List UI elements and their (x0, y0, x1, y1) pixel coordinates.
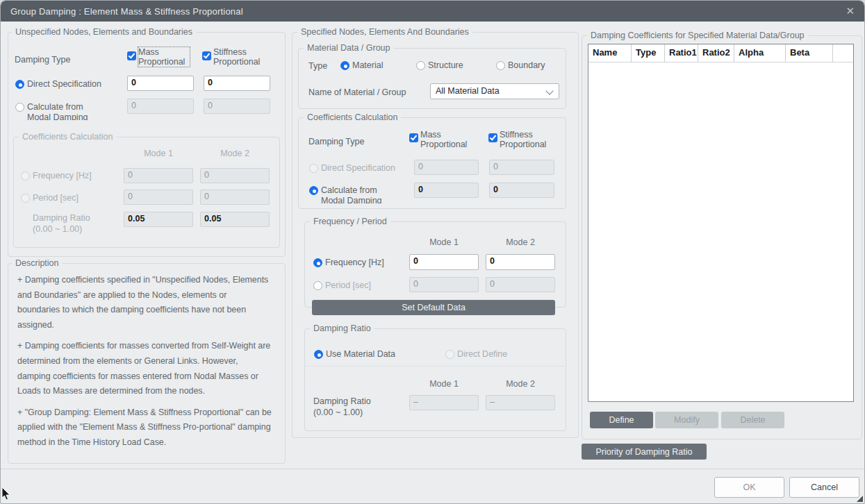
middle-ratio2-input: – (486, 395, 555, 410)
structure-radio-label: Structure (428, 60, 463, 70)
description-group-title: Description (12, 258, 63, 268)
type-label: Type (308, 61, 327, 71)
damping-coefficients-table[interactable]: Name Type Ratio1 Ratio2 Alpha Beta (588, 44, 854, 402)
use-material-data-label: Use Material Data (326, 349, 395, 359)
left-period2-input: 0 (200, 190, 270, 205)
priority-of-damping-ratio-button[interactable]: Priority of Damping Ratio (582, 444, 707, 460)
left-damping-ratio-range: (0.00 ~ 1.00) (33, 224, 82, 234)
table-header-row: Name Type Ratio1 Ratio2 Alpha Beta (588, 44, 853, 62)
description-text: + Damping coefficients specified in "Uns… (17, 273, 272, 457)
middle-mode2-header: Mode 2 (486, 237, 555, 247)
column-header-name[interactable]: Name (588, 44, 632, 62)
middle-direct-mass-input: 0 (414, 160, 479, 175)
middle-direct-specification-radio (309, 164, 318, 173)
use-material-data-radio[interactable] (314, 350, 323, 359)
chevron-down-icon (545, 87, 553, 94)
left-coefficients-group-title: Coefficients Calculation (19, 132, 116, 142)
name-of-material-label: Name of Material / Group (308, 87, 406, 97)
left-freq1-input: 0 (124, 168, 193, 183)
direct-mass-input[interactable]: 0 (127, 76, 194, 91)
middle-period-label: Period [sec] (325, 280, 371, 290)
resize-grip[interactable] (857, 496, 863, 502)
material-name-select[interactable]: All Material Data (430, 83, 559, 99)
middle-coefficients-group-title: Coefficients Calculation (304, 112, 401, 122)
column-header-ratio1[interactable]: Ratio1 (665, 44, 698, 62)
middle-freq2-input[interactable]: 0 (486, 254, 555, 270)
unspecified-group-title: Unspecified Nodes, Elements and Boundari… (12, 27, 196, 37)
middle-mode1-header: Mode 1 (409, 237, 479, 247)
description-paragraph: + Damping coefficients for masses conver… (17, 339, 272, 398)
column-header-beta[interactable]: Beta (786, 44, 833, 62)
direct-specification-label: Direct Specification (27, 79, 101, 89)
left-ratio1-input: 0.05 (124, 212, 193, 227)
left-mode2-header: Mode 2 (200, 149, 270, 158)
column-header-ratio2[interactable]: Ratio2 (698, 44, 734, 62)
middle-stiffness-proportional-label: Stiffness Proportional (500, 130, 555, 149)
material-radio[interactable] (340, 61, 349, 70)
mass-proportional-label: Mass Proportional (138, 47, 190, 67)
middle-freq1-input[interactable]: 0 (409, 254, 479, 270)
middle-direct-specification-label: Direct Specification (321, 163, 395, 173)
close-icon[interactable]: ✕ (846, 1, 855, 22)
direct-specification-radio[interactable] (15, 80, 24, 89)
left-ratio2-input: 0.05 (200, 212, 270, 227)
cancel-button[interactable]: Cancel (789, 477, 859, 498)
calc-mass-input: 0 (127, 99, 194, 114)
direct-stiffness-input[interactable]: 0 (204, 76, 270, 91)
middle-frequency-radio[interactable] (313, 258, 322, 267)
boundary-radio-label: Boundary (508, 60, 545, 70)
delete-button: Delete (721, 412, 784, 428)
middle-period2-input: 0 (486, 277, 555, 292)
middle-calculate-from-radio[interactable] (309, 186, 318, 195)
description-paragraph: + Damping coefficients specified in "Uns… (17, 273, 272, 333)
ok-button[interactable]: OK (714, 477, 784, 498)
middle-damping-ratio-range: (0.00 ~ 1.00) (313, 408, 363, 417)
stiffness-proportional-label: Stiffness Proportional (213, 47, 265, 67)
boundary-radio[interactable] (496, 61, 505, 70)
stiffness-proportional-checkbox[interactable] (202, 51, 211, 60)
footer-separator (1, 469, 865, 469)
damping-ratio-divider (305, 366, 564, 367)
left-frequency-label: Frequency [Hz] (33, 171, 92, 180)
calculate-from-label: Calculate from Modal Damping (27, 102, 105, 120)
left-period1-input: 0 (124, 190, 193, 205)
middle-damping-ratio-group-title: Damping Ratio (310, 324, 374, 333)
middle-frequency-label: Frequency [Hz] (325, 258, 384, 267)
calculate-from-radio[interactable] (15, 103, 24, 112)
column-header-type[interactable]: Type (632, 44, 665, 62)
middle-direct-stiffness-input: 0 (489, 160, 554, 175)
material-radio-label: Material (352, 60, 383, 70)
ratio-mode2-header: Mode 2 (486, 379, 555, 389)
material-data-group-title: Material Data / Group (304, 43, 394, 53)
left-mode1-header: Mode 1 (124, 149, 193, 158)
structure-radio[interactable] (416, 61, 425, 70)
table-body-empty[interactable] (588, 62, 853, 403)
middle-calculate-from-label: Calculate from Modal Damping (321, 185, 399, 203)
mass-proportional-checkbox[interactable] (127, 51, 136, 60)
title-bar[interactable]: Group Damping : Element Mass & Stiffness… (1, 1, 864, 22)
group-damping-dialog: Group Damping : Element Mass & Stiffness… (0, 0, 865, 504)
middle-calc-stiffness-input: 0 (489, 183, 554, 198)
damping-coefficients-group-title: Damping Coefficients for Specified Mater… (587, 31, 808, 40)
specified-group-title: Specified Nodes, Elements And Boundaries (297, 27, 472, 37)
middle-mass-proportional-checkbox[interactable] (409, 133, 418, 142)
modify-button: Modify (655, 412, 718, 428)
define-button[interactable]: Define (590, 412, 653, 428)
middle-period-radio[interactable] (313, 281, 322, 290)
direct-define-radio (445, 350, 454, 359)
column-header-filler (833, 44, 853, 62)
left-period-radio (21, 194, 30, 203)
calc-stiffness-input: 0 (204, 99, 270, 114)
middle-damping-ratio-label: Damping Ratio (313, 396, 371, 406)
left-frequency-radio (21, 171, 30, 180)
middle-stiffness-proportional-checkbox[interactable] (488, 133, 497, 142)
mouse-cursor (1, 487, 11, 501)
left-damping-ratio-label: Damping Ratio (33, 213, 90, 223)
left-period-label: Period [sec] (33, 193, 79, 203)
damping-type-label: Damping Type (15, 55, 70, 65)
middle-mass-proportional-label: Mass Proportional (420, 130, 476, 149)
column-header-alpha[interactable]: Alpha (734, 44, 786, 62)
middle-ratio1-input: – (409, 395, 479, 410)
middle-calc-mass-input: 0 (414, 183, 479, 198)
set-default-data-button[interactable]: Set Default Data (312, 300, 555, 315)
